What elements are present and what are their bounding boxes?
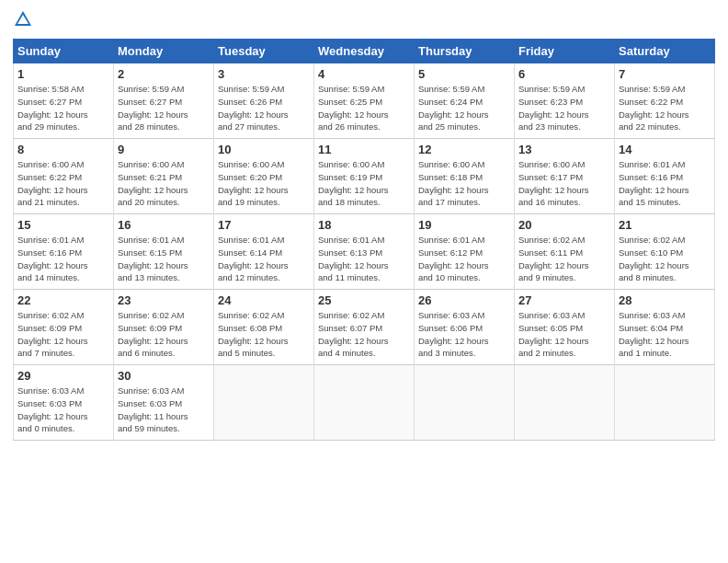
- day-info: Sunrise: 6:00 AM Sunset: 6:18 PM Dayligh…: [418, 158, 510, 209]
- calendar-cell: 20Sunrise: 6:02 AM Sunset: 6:11 PM Dayli…: [515, 214, 615, 290]
- calendar-cell: 17Sunrise: 6:01 AM Sunset: 6:14 PM Dayli…: [214, 214, 314, 290]
- week-row-4: 22Sunrise: 6:02 AM Sunset: 6:09 PM Dayli…: [14, 290, 715, 365]
- calendar-cell: 2Sunrise: 5:59 AM Sunset: 6:27 PM Daylig…: [114, 63, 214, 139]
- day-info: Sunrise: 6:01 AM Sunset: 6:14 PM Dayligh…: [218, 234, 310, 284]
- day-info: Sunrise: 6:03 AM Sunset: 6:03 PM Dayligh…: [118, 385, 210, 435]
- header-friday: Friday: [515, 40, 615, 63]
- day-number: 27: [518, 293, 610, 307]
- day-number: 5: [418, 67, 510, 81]
- day-number: 13: [518, 143, 610, 156]
- day-number: 21: [619, 218, 711, 232]
- calendar-cell: [214, 365, 314, 441]
- calendar-cell: 16Sunrise: 6:01 AM Sunset: 6:15 PM Dayli…: [114, 214, 214, 290]
- calendar-cell: 21Sunrise: 6:02 AM Sunset: 6:10 PM Dayli…: [615, 214, 715, 290]
- day-info: Sunrise: 5:59 AM Sunset: 6:24 PM Dayligh…: [418, 83, 510, 133]
- day-number: 11: [318, 143, 410, 156]
- day-info: Sunrise: 6:01 AM Sunset: 6:16 PM Dayligh…: [17, 234, 109, 284]
- day-number: 2: [118, 67, 210, 81]
- day-number: 29: [17, 369, 109, 383]
- calendar-cell: 30Sunrise: 6:03 AM Sunset: 6:03 PM Dayli…: [114, 365, 214, 441]
- week-row-5: 29Sunrise: 6:03 AM Sunset: 6:03 PM Dayli…: [14, 365, 715, 441]
- day-number: 7: [619, 67, 711, 81]
- calendar-cell: 9Sunrise: 6:00 AM Sunset: 6:21 PM Daylig…: [114, 139, 214, 214]
- day-number: 23: [118, 293, 210, 307]
- day-info: Sunrise: 6:01 AM Sunset: 6:13 PM Dayligh…: [318, 234, 410, 284]
- week-row-3: 15Sunrise: 6:01 AM Sunset: 6:16 PM Dayli…: [14, 214, 715, 290]
- day-number: 15: [17, 218, 109, 232]
- calendar-cell: 29Sunrise: 6:03 AM Sunset: 6:03 PM Dayli…: [14, 365, 114, 441]
- calendar-cell: 3Sunrise: 5:59 AM Sunset: 6:26 PM Daylig…: [214, 63, 314, 139]
- calendar-cell: 15Sunrise: 6:01 AM Sunset: 6:16 PM Dayli…: [14, 214, 114, 290]
- calendar-cell: 10Sunrise: 6:00 AM Sunset: 6:20 PM Dayli…: [214, 139, 314, 214]
- day-number: 9: [118, 143, 210, 156]
- header-monday: Monday: [114, 40, 214, 63]
- day-info: Sunrise: 6:00 AM Sunset: 6:19 PM Dayligh…: [318, 158, 410, 209]
- day-info: Sunrise: 5:59 AM Sunset: 6:27 PM Dayligh…: [118, 83, 210, 133]
- day-info: Sunrise: 6:00 AM Sunset: 6:20 PM Dayligh…: [218, 158, 310, 209]
- day-info: Sunrise: 6:00 AM Sunset: 6:17 PM Dayligh…: [518, 158, 610, 209]
- header-tuesday: Tuesday: [214, 40, 314, 63]
- day-number: 4: [318, 67, 410, 81]
- day-info: Sunrise: 6:02 AM Sunset: 6:11 PM Dayligh…: [518, 234, 610, 284]
- page-header: [13, 9, 715, 33]
- day-info: Sunrise: 6:03 AM Sunset: 6:06 PM Dayligh…: [418, 309, 510, 360]
- calendar-cell: 8Sunrise: 6:00 AM Sunset: 6:22 PM Daylig…: [14, 139, 114, 214]
- day-info: Sunrise: 6:03 AM Sunset: 6:03 PM Dayligh…: [17, 385, 109, 435]
- calendar-cell: 18Sunrise: 6:01 AM Sunset: 6:13 PM Dayli…: [314, 214, 415, 290]
- calendar-cell: 7Sunrise: 5:59 AM Sunset: 6:22 PM Daylig…: [615, 63, 715, 139]
- day-number: 18: [318, 218, 410, 232]
- calendar-cell: 5Sunrise: 5:59 AM Sunset: 6:24 PM Daylig…: [415, 63, 515, 139]
- calendar-cell: 4Sunrise: 5:59 AM Sunset: 6:25 PM Daylig…: [314, 63, 415, 139]
- day-info: Sunrise: 5:59 AM Sunset: 6:26 PM Dayligh…: [218, 83, 310, 133]
- header-wednesday: Wednesday: [314, 40, 415, 63]
- day-info: Sunrise: 6:02 AM Sunset: 6:08 PM Dayligh…: [218, 309, 310, 360]
- calendar-cell: 28Sunrise: 6:03 AM Sunset: 6:04 PM Dayli…: [615, 290, 715, 365]
- day-number: 8: [17, 143, 109, 156]
- day-info: Sunrise: 5:58 AM Sunset: 6:27 PM Dayligh…: [17, 83, 109, 133]
- day-info: Sunrise: 5:59 AM Sunset: 6:25 PM Dayligh…: [318, 83, 410, 133]
- day-info: Sunrise: 6:00 AM Sunset: 6:21 PM Dayligh…: [118, 158, 210, 209]
- day-number: 24: [218, 293, 310, 307]
- day-info: Sunrise: 5:59 AM Sunset: 6:23 PM Dayligh…: [518, 83, 610, 133]
- calendar-cell: 1Sunrise: 5:58 AM Sunset: 6:27 PM Daylig…: [14, 63, 114, 139]
- day-info: Sunrise: 6:02 AM Sunset: 6:09 PM Dayligh…: [118, 309, 210, 360]
- calendar-header-row: SundayMondayTuesdayWednesdayThursdayFrid…: [14, 40, 715, 63]
- day-info: Sunrise: 6:03 AM Sunset: 6:04 PM Dayligh…: [619, 309, 711, 360]
- calendar-cell: 12Sunrise: 6:00 AM Sunset: 6:18 PM Dayli…: [415, 139, 515, 214]
- calendar-cell: 26Sunrise: 6:03 AM Sunset: 6:06 PM Dayli…: [415, 290, 515, 365]
- day-info: Sunrise: 6:01 AM Sunset: 6:16 PM Dayligh…: [619, 158, 711, 209]
- day-info: Sunrise: 6:02 AM Sunset: 6:07 PM Dayligh…: [318, 309, 410, 360]
- calendar-cell: [515, 365, 615, 441]
- day-number: 28: [619, 293, 711, 307]
- calendar-cell: [615, 365, 715, 441]
- day-number: 14: [619, 143, 711, 156]
- logo: [13, 9, 35, 33]
- week-row-1: 1Sunrise: 5:58 AM Sunset: 6:27 PM Daylig…: [14, 63, 715, 139]
- day-number: 12: [418, 143, 510, 156]
- calendar-cell: 6Sunrise: 5:59 AM Sunset: 6:23 PM Daylig…: [515, 63, 615, 139]
- day-number: 26: [418, 293, 510, 307]
- day-number: 6: [518, 67, 610, 81]
- day-number: 3: [218, 67, 310, 81]
- day-number: 16: [118, 218, 210, 232]
- calendar-cell: 27Sunrise: 6:03 AM Sunset: 6:05 PM Dayli…: [515, 290, 615, 365]
- day-info: Sunrise: 6:02 AM Sunset: 6:10 PM Dayligh…: [619, 234, 711, 284]
- day-info: Sunrise: 6:01 AM Sunset: 6:12 PM Dayligh…: [418, 234, 510, 284]
- day-number: 19: [418, 218, 510, 232]
- calendar-cell: [314, 365, 415, 441]
- week-row-2: 8Sunrise: 6:00 AM Sunset: 6:22 PM Daylig…: [14, 139, 715, 214]
- day-number: 17: [218, 218, 310, 232]
- calendar-cell: 23Sunrise: 6:02 AM Sunset: 6:09 PM Dayli…: [114, 290, 214, 365]
- calendar-cell: 25Sunrise: 6:02 AM Sunset: 6:07 PM Dayli…: [314, 290, 415, 365]
- calendar-cell: 22Sunrise: 6:02 AM Sunset: 6:09 PM Dayli…: [14, 290, 114, 365]
- header-sunday: Sunday: [14, 40, 114, 63]
- day-number: 22: [17, 293, 109, 307]
- day-info: Sunrise: 5:59 AM Sunset: 6:22 PM Dayligh…: [619, 83, 711, 133]
- calendar-cell: [415, 365, 515, 441]
- day-number: 30: [118, 369, 210, 383]
- day-number: 10: [218, 143, 310, 156]
- calendar-cell: 14Sunrise: 6:01 AM Sunset: 6:16 PM Dayli…: [615, 139, 715, 214]
- day-info: Sunrise: 6:01 AM Sunset: 6:15 PM Dayligh…: [118, 234, 210, 284]
- day-info: Sunrise: 6:02 AM Sunset: 6:09 PM Dayligh…: [17, 309, 109, 360]
- header-saturday: Saturday: [615, 40, 715, 63]
